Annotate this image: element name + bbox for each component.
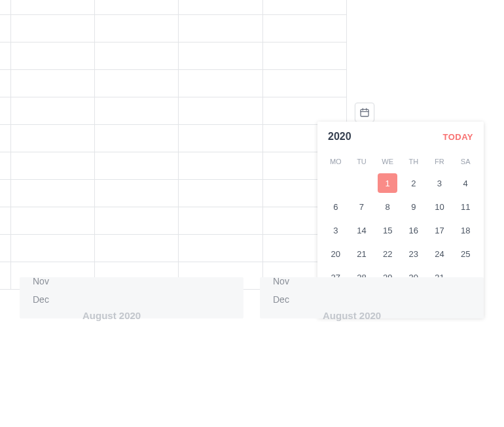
weekday-label: TH xyxy=(401,152,427,171)
datepicker-day-cell[interactable]: 10 xyxy=(427,195,453,218)
datepicker-day-cell[interactable]: 8 xyxy=(374,195,401,218)
datepicker-day-cell[interactable]: 1 xyxy=(374,171,401,195)
datepicker-grid: MO TU WE TH FR SA 1234678910113141516171… xyxy=(323,152,478,289)
weekday-label: MO xyxy=(323,152,349,171)
datepicker-day-cell[interactable]: 3 xyxy=(323,218,349,242)
datepicker-day-cell xyxy=(349,171,375,195)
datepicker-day-cell[interactable]: 23 xyxy=(401,242,427,265)
datepicker-day-cell[interactable]: 22 xyxy=(374,242,401,265)
datepicker-day-cell[interactable]: 16 xyxy=(401,218,427,242)
datepicker-day-cell xyxy=(323,171,349,195)
month-caption: August 2020 xyxy=(323,310,381,321)
datepicker-day-cell[interactable]: 11 xyxy=(452,195,478,218)
calendar-icon xyxy=(359,107,370,118)
weekday-label: WE xyxy=(374,152,401,171)
weekday-label: FR xyxy=(427,152,453,171)
datepicker-week-row: 31415161718 xyxy=(323,218,478,242)
month-list-item[interactable]: Dec xyxy=(33,290,49,309)
datepicker-day-cell[interactable]: 6 xyxy=(323,195,349,218)
datepicker-day-cell[interactable]: 2 xyxy=(401,171,427,195)
datepicker-day-cell[interactable]: 15 xyxy=(374,218,401,242)
datepicker-title[interactable]: 2020 xyxy=(328,131,442,143)
datepicker-weekday-row: MO TU WE TH FR SA xyxy=(323,152,478,171)
datepicker-week-row: 67891011 xyxy=(323,195,478,218)
datepicker-day-cell[interactable]: 21 xyxy=(349,242,375,265)
month-list-item[interactable]: Dec xyxy=(273,290,289,309)
datepicker-day-cell[interactable]: 9 xyxy=(401,195,427,218)
datepicker-day-cell[interactable]: 14 xyxy=(349,218,375,242)
datepicker-day-cell[interactable]: 3 xyxy=(427,171,453,195)
month-caption: August 2020 xyxy=(82,310,141,321)
weekday-label: SA xyxy=(452,152,478,171)
month-list-item[interactable]: Nov xyxy=(273,272,289,290)
weekday-label: TU xyxy=(349,152,375,171)
background-schedule-grid xyxy=(0,0,347,290)
datepicker-day-cell[interactable]: 18 xyxy=(452,218,478,242)
datepicker-day-cell[interactable]: 24 xyxy=(427,242,453,265)
datepicker-week-row: 1234 xyxy=(323,171,478,195)
svg-rect-0 xyxy=(361,109,369,116)
open-datepicker-button[interactable] xyxy=(355,103,374,122)
datepicker-day-cell[interactable]: 25 xyxy=(452,242,478,265)
datepicker-week-row: 202122232425 xyxy=(323,242,478,265)
datepicker-day-cell[interactable]: 4 xyxy=(452,171,478,195)
datepicker-day-cell[interactable]: 17 xyxy=(427,218,453,242)
month-list-item[interactable]: Nov xyxy=(33,272,49,290)
month-selector-left: NovDec August 2020 xyxy=(20,277,243,318)
datepicker-day-cell[interactable]: 20 xyxy=(323,242,349,265)
month-selector-right: NovDec August 2020 xyxy=(260,277,484,318)
datepicker-day-cell[interactable]: 7 xyxy=(349,195,375,218)
datepicker-today-button[interactable]: TODAY xyxy=(442,132,473,142)
